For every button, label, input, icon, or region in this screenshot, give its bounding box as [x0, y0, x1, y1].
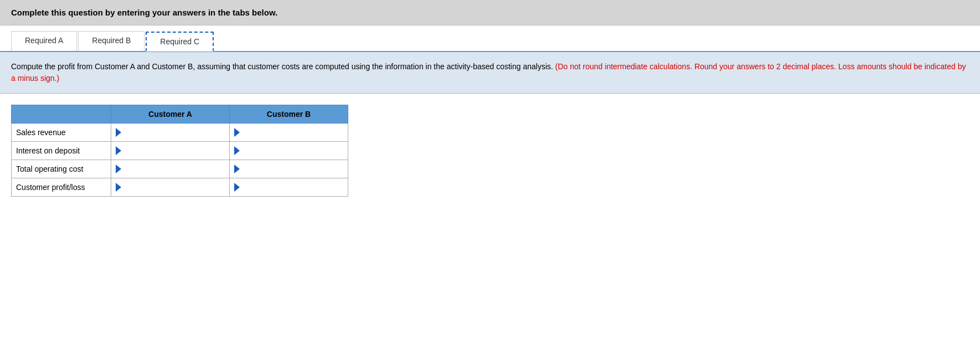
triangle-icon: [116, 165, 121, 173]
data-table: Customer A Customer B Sales revenue: [11, 105, 348, 197]
cell-sales-revenue-a[interactable]: [111, 124, 230, 142]
tab-required-a[interactable]: Required A: [11, 31, 77, 51]
input-total-operating-cost-a[interactable]: [123, 163, 225, 174]
input-customer-profit-loss-a[interactable]: [123, 182, 225, 193]
input-total-operating-cost-b[interactable]: [242, 163, 343, 174]
cell-total-operating-cost-b[interactable]: [230, 160, 348, 178]
header-bar: Complete this question by entering your …: [0, 0, 980, 25]
cell-customer-profit-loss-b[interactable]: [230, 178, 348, 197]
col-header-customer-b: Customer B: [230, 105, 348, 124]
tab-required-b[interactable]: Required B: [78, 31, 145, 51]
table-row: Interest on deposit: [12, 142, 348, 160]
triangle-icon: [234, 183, 240, 192]
cell-interest-deposit-a[interactable]: [111, 142, 230, 160]
table-row: Sales revenue: [12, 124, 348, 142]
col-header-customer-a: Customer A: [111, 105, 230, 124]
triangle-icon: [116, 128, 121, 137]
table-row: Total operating cost: [12, 160, 348, 178]
table-section: Customer A Customer B Sales revenue: [0, 94, 980, 208]
col-header-empty: [12, 105, 111, 124]
input-sales-revenue-a[interactable]: [123, 127, 225, 138]
header-instruction: Complete this question by entering your …: [11, 8, 277, 17]
row-label-total-operating-cost: Total operating cost: [12, 160, 111, 178]
row-label-sales-revenue: Sales revenue: [12, 124, 111, 142]
triangle-icon: [234, 146, 240, 155]
row-label-customer-profit-loss: Customer profit/loss: [12, 178, 111, 197]
triangle-icon: [116, 146, 121, 155]
row-label-interest-deposit: Interest on deposit: [12, 142, 111, 160]
cell-total-operating-cost-a[interactable]: [111, 160, 230, 178]
cell-interest-deposit-b[interactable]: [230, 142, 348, 160]
input-interest-deposit-b[interactable]: [242, 145, 343, 156]
cell-customer-profit-loss-a[interactable]: [111, 178, 230, 197]
input-interest-deposit-a[interactable]: [123, 145, 225, 156]
triangle-icon: [234, 128, 240, 137]
triangle-icon: [234, 165, 240, 173]
table-row: Customer profit/loss: [12, 178, 348, 197]
instruction-main-text: Compute the profit from Customer A and C…: [11, 62, 555, 71]
instruction-box: Compute the profit from Customer A and C…: [0, 52, 980, 94]
tab-required-c[interactable]: Required C: [146, 32, 214, 52]
triangle-icon: [116, 183, 121, 192]
tabs-container: Required A Required B Required C: [0, 25, 980, 52]
cell-sales-revenue-b[interactable]: [230, 124, 348, 142]
input-customer-profit-loss-b[interactable]: [242, 182, 343, 193]
input-sales-revenue-b[interactable]: [242, 127, 343, 138]
